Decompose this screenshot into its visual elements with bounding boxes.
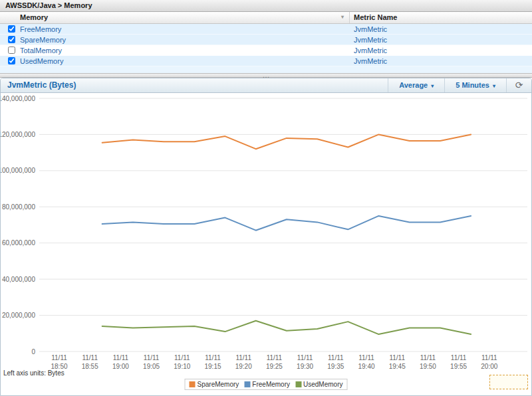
x-tick-time: 19:20 <box>235 363 252 370</box>
memory-chart: 020,000,00040,000,00060,000,00080,000,00… <box>1 93 531 395</box>
series-line-UsedMemory <box>102 321 471 334</box>
row-metric-link[interactable]: JvmMetric <box>350 57 387 65</box>
chart-body: 020,000,00040,000,00060,000,00080,000,00… <box>1 93 531 395</box>
resize-splitter[interactable]: … <box>0 73 532 78</box>
y-tick-label: 0 <box>31 348 35 355</box>
x-tick-date: 11/11 <box>113 354 129 361</box>
x-tick-date: 11/11 <box>420 354 436 361</box>
row-metric-link[interactable]: JvmMetric <box>350 25 387 33</box>
x-tick-date: 11/11 <box>481 354 497 361</box>
table-header: Memory ▾ Metric Name <box>0 12 532 24</box>
x-tick-time: 19:10 <box>174 363 190 370</box>
legend-label: UsedMemory <box>303 381 342 388</box>
x-tick-time: 19:25 <box>266 363 283 370</box>
statistic-dropdown[interactable]: Average▾ <box>388 78 444 92</box>
x-tick-time: 19:30 <box>297 363 313 370</box>
chevron-down-icon: ▾ <box>431 83 434 89</box>
dashed-highlight-box <box>489 375 528 389</box>
chevron-down-icon: ▾ <box>493 83 495 89</box>
y-tick-label: 80,000,000 <box>2 203 35 211</box>
refresh-button[interactable]: ⟳ <box>506 78 531 92</box>
legend-item: SpareMemory <box>190 381 239 388</box>
table-row[interactable]: FreeMemory JvmMetric <box>0 24 532 35</box>
axis-units-note: Left axis units: Bytes <box>3 369 65 377</box>
refresh-icon: ⟳ <box>515 80 523 90</box>
x-tick-date: 11/11 <box>451 354 467 361</box>
row-name-link[interactable]: TotalMemory <box>20 47 350 54</box>
period-dropdown[interactable]: 5 Minutes▾ <box>444 78 506 92</box>
y-tick-label: 60,000,000 <box>2 239 35 247</box>
x-tick-date: 11/11 <box>51 354 67 361</box>
row-name-link[interactable]: UsedMemory <box>20 57 350 65</box>
chart-panel-header: JvmMetric (Bytes) Average▾ 5 Minutes▾ ⟳ <box>1 78 531 93</box>
x-tick-date: 11/11 <box>144 354 160 361</box>
series-line-SpareMemory <box>102 134 471 149</box>
period-dropdown-label: 5 Minutes <box>456 81 489 89</box>
legend-item: UsedMemory <box>295 381 342 388</box>
series-line-FreeMemory <box>102 216 471 231</box>
row-checkbox[interactable] <box>8 36 15 43</box>
row-name-link[interactable]: FreeMemory <box>20 25 350 33</box>
x-tick-time: 19:00 <box>112 363 129 370</box>
x-tick-date: 11/11 <box>358 354 374 361</box>
y-tick-label: 120,000,000 <box>1 131 35 138</box>
column-header-metric-name-label: Metric Name <box>354 13 397 21</box>
legend-label: SpareMemory <box>198 381 239 388</box>
x-tick-time: 20:00 <box>481 363 497 370</box>
x-tick-time: 19:15 <box>204 363 221 370</box>
row-name-link[interactable]: SpareMemory <box>20 36 350 44</box>
x-tick-date: 11/11 <box>328 354 344 361</box>
x-tick-date: 11/11 <box>205 354 221 361</box>
legend-swatch <box>190 381 196 387</box>
chart-title: JvmMetric (Bytes) <box>1 78 388 92</box>
row-metric-link[interactable]: JvmMetric <box>350 47 387 54</box>
x-tick-date: 11/11 <box>82 354 98 361</box>
x-tick-date: 11/11 <box>267 354 283 361</box>
legend-swatch <box>295 381 301 387</box>
row-metric-link[interactable]: JvmMetric <box>350 36 387 44</box>
x-tick-date: 11/11 <box>389 354 405 361</box>
x-tick-date: 11/11 <box>297 354 313 361</box>
x-tick-date: 11/11 <box>235 354 251 361</box>
y-tick-label: 40,000,000 <box>2 276 35 283</box>
x-tick-time: 19:45 <box>389 363 406 370</box>
column-header-memory-label: Memory <box>20 13 48 21</box>
x-tick-time: 19:05 <box>143 363 160 370</box>
table-row[interactable]: TotalMemory JvmMetric <box>0 45 532 56</box>
legend-item: FreeMemory <box>244 381 290 388</box>
chart-legend: SpareMemoryFreeMemoryUsedMemory <box>185 379 348 390</box>
column-header-metric-name[interactable]: Metric Name <box>350 12 532 23</box>
table-row[interactable]: UsedMemory JvmMetric <box>0 56 532 66</box>
x-tick-time: 19:55 <box>450 363 467 370</box>
row-checkbox[interactable] <box>8 25 15 33</box>
row-checkbox[interactable] <box>8 47 15 54</box>
breadcrumb: AWSSDK/Java > Memory <box>0 0 532 12</box>
drag-handle-icon[interactable]: … <box>263 74 270 76</box>
y-tick-label: 100,000,000 <box>1 167 35 174</box>
sort-arrow-icon[interactable]: ▾ <box>341 15 344 20</box>
x-tick-time: 19:40 <box>358 363 374 370</box>
legend-label: FreeMemory <box>252 381 290 388</box>
metrics-table: Memory ▾ Metric Name FreeMemory JvmMetri… <box>0 12 532 78</box>
column-header-memory[interactable]: Memory ▾ <box>0 12 350 23</box>
chart-panel: JvmMetric (Bytes) Average▾ 5 Minutes▾ ⟳ … <box>0 78 532 396</box>
y-tick-label: 140,000,000 <box>1 95 35 102</box>
x-tick-time: 18:55 <box>82 363 98 370</box>
x-tick-time: 19:35 <box>327 363 344 370</box>
statistic-dropdown-label: Average <box>399 81 428 89</box>
x-tick-time: 19:50 <box>420 363 436 370</box>
legend-swatch <box>244 381 250 387</box>
table-row[interactable]: SpareMemory JvmMetric <box>0 35 532 45</box>
y-tick-label: 20,000,000 <box>2 312 35 319</box>
x-tick-date: 11/11 <box>174 354 190 361</box>
row-checkbox[interactable] <box>8 57 15 64</box>
